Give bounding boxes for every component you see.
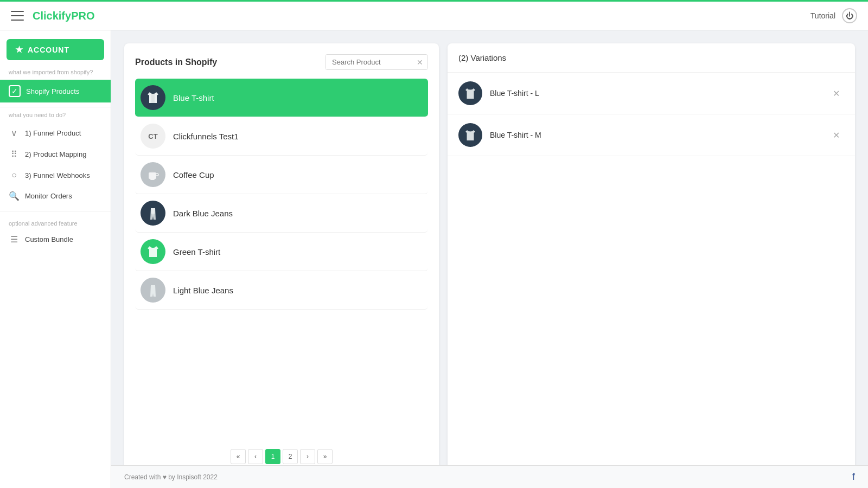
product-thumb-light-jeans (141, 278, 165, 303)
pagination-prev[interactable]: ‹ (248, 449, 263, 464)
navbar-right: Tutorial ⏻ (810, 8, 857, 23)
sidebar-item-funnel-webhooks[interactable]: ○ 3) Funnel Webhooks (0, 165, 111, 185)
search-container: ✕ (325, 54, 428, 70)
product-list: Blue T-shirt CT Clickfunnels Test1 (135, 79, 428, 438)
svg-rect-1 (150, 179, 155, 180)
product-item-light-jeans[interactable]: Light Blue Jeans (135, 271, 428, 310)
product-name-light-jeans: Light Blue Jeans (173, 286, 233, 295)
variations-panel: (2) Variations Blue T-shirt - L ✕ (448, 43, 855, 475)
product-item-coffee-cup[interactable]: Coffee Cup (135, 156, 428, 194)
product-name-dark-jeans: Dark Blue Jeans (173, 209, 233, 218)
variation-remove-blue-l[interactable]: ✕ (828, 86, 844, 101)
product-thumb-coffee-cup (141, 162, 165, 187)
pagination-next[interactable]: › (300, 449, 315, 464)
product-thumb-dark-jeans (141, 201, 165, 226)
product-thumb-clickfunnels: CT (141, 124, 165, 149)
variation-item-blue-l: Blue T-shirt - L ✕ (448, 73, 855, 114)
pagination-page-2[interactable]: 2 (283, 449, 298, 464)
product-name-coffee-cup: Coffee Cup (173, 170, 214, 179)
variations-header: (2) Variations (448, 43, 855, 73)
pagination-first[interactable]: « (231, 449, 246, 464)
sidebar-divider-2 (0, 211, 111, 211)
variation-remove-blue-m[interactable]: ✕ (828, 128, 844, 143)
list-icon: ☰ (9, 234, 20, 245)
products-panel-header: Products in Shopify ✕ (135, 54, 428, 70)
navbar: ClickifyPRO Tutorial ⏻ (0, 0, 868, 30)
hamburger-menu[interactable] (11, 11, 24, 21)
pagination: « ‹ 1 2 › » (135, 445, 428, 464)
sidebar-item-funnel-product[interactable]: ∨ 1) Funnel Product (0, 123, 111, 144)
footer-text: Created with ♥ by Inspisoft 2022 (124, 473, 218, 481)
variation-thumb-blue-l (458, 81, 482, 105)
chevron-down-icon: ∨ (9, 128, 20, 138)
products-panel: Products in Shopify ✕ Blue T-shirt (124, 43, 439, 475)
sidebar-item-product-mapping[interactable]: ⠿ 2) Product Mapping (0, 144, 111, 165)
product-item-clickfunnels[interactable]: CT Clickfunnels Test1 (135, 117, 428, 156)
account-button[interactable]: ★ ACCOUNT (7, 39, 104, 60)
facebook-icon[interactable]: f (852, 471, 855, 483)
sidebar: ★ ACCOUNT what we imported from shopify?… (0, 30, 111, 488)
todo-label: what you need to do? (0, 112, 111, 123)
product-name-green-tshirt: Green T-shirt (173, 247, 220, 256)
grid-icon: ⠿ (9, 149, 20, 159)
main-content: Products in Shopify ✕ Blue T-shirt (111, 30, 868, 488)
variation-item-blue-m: Blue T-shirt - M ✕ (448, 114, 855, 156)
app-logo: ClickifyPRO (33, 10, 94, 22)
star-icon: ★ (15, 44, 23, 55)
sidebar-item-shopify-products[interactable]: ✓ Shopify Products (0, 80, 111, 102)
product-thumb-blue-tshirt (141, 85, 165, 110)
sidebar-item-custom-bundle[interactable]: ☰ Custom Bundle (0, 229, 111, 250)
product-name-blue-tshirt: Blue T-shirt (173, 93, 214, 102)
search-input[interactable] (326, 55, 412, 69)
footer: Created with ♥ by Inspisoft 2022 f (111, 465, 868, 488)
variation-name-blue-l: Blue T-shirt - L (490, 89, 821, 98)
product-item-dark-jeans[interactable]: Dark Blue Jeans (135, 194, 428, 233)
svg-rect-0 (149, 172, 156, 179)
variation-name-blue-m: Blue T-shirt - M (490, 131, 821, 139)
sidebar-divider-1 (0, 107, 111, 107)
search-icon: 🔍 (9, 191, 20, 201)
variation-thumb-blue-m (458, 123, 482, 147)
product-item-green-tshirt[interactable]: Green T-shirt (135, 233, 428, 271)
layout: ★ ACCOUNT what we imported from shopify?… (0, 30, 868, 488)
product-thumb-green-tshirt (141, 239, 165, 264)
sidebar-item-monitor-orders[interactable]: 🔍 Monitor Orders (0, 185, 111, 207)
shopify-icon: ✓ (9, 85, 21, 97)
pagination-page-1[interactable]: 1 (265, 449, 280, 464)
tutorial-button[interactable]: Tutorial (810, 11, 835, 20)
tutorial-icon[interactable]: ⏻ (842, 8, 857, 23)
products-panel-title: Products in Shopify (135, 57, 217, 67)
product-item-blue-tshirt[interactable]: Blue T-shirt (135, 79, 428, 117)
product-name-clickfunnels: Clickfunnels Test1 (173, 132, 239, 141)
imported-label: what we imported from shopify? (0, 69, 111, 80)
circle-icon: ○ (9, 170, 20, 180)
pagination-last[interactable]: » (317, 449, 333, 464)
search-clear-button[interactable]: ✕ (412, 56, 427, 69)
optional-label: optional advanced feature (0, 216, 111, 229)
